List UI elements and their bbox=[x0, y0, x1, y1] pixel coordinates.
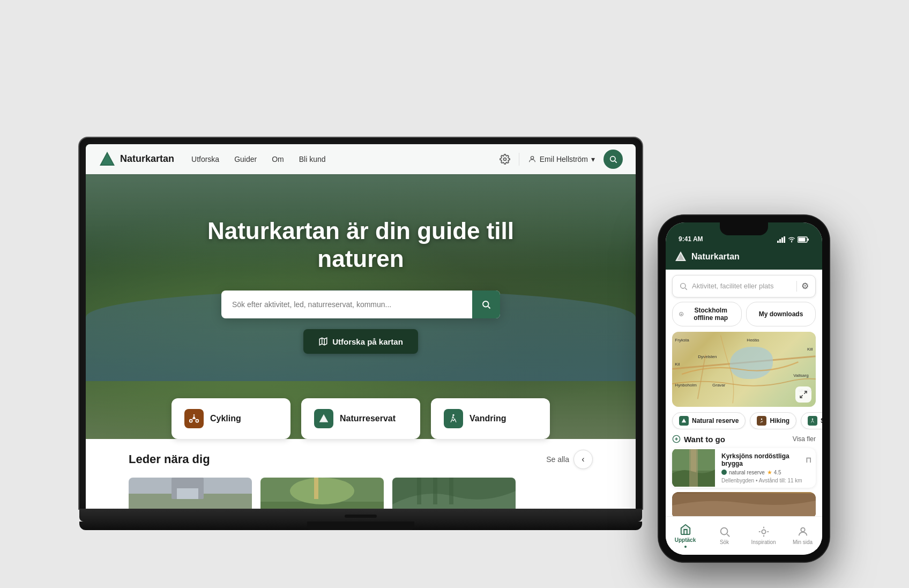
nav-chevron-icon: ▾ bbox=[591, 155, 595, 163]
svg-point-4 bbox=[610, 156, 615, 161]
laptop-hinge-notch bbox=[345, 515, 377, 518]
nav-link-utforska[interactable]: Utforska bbox=[191, 155, 219, 163]
laptop-foot bbox=[79, 522, 642, 530]
chip-natural-reserve[interactable]: Natural reserve bbox=[672, 412, 746, 429]
svg-point-55 bbox=[762, 530, 765, 533]
tab-active-indicator bbox=[684, 546, 687, 548]
tab-inspiration[interactable]: Inspiration bbox=[744, 522, 783, 549]
phone-teaser-image[interactable] bbox=[672, 492, 816, 519]
laptop-device: Naturkartan Utforska Guider Om Bli kund bbox=[79, 138, 642, 530]
laptop-search-button[interactable] bbox=[472, 291, 500, 318]
user-icon bbox=[528, 155, 537, 163]
want-card-type-text: natural reserve bbox=[729, 470, 765, 475]
settings-icon[interactable] bbox=[500, 154, 510, 165]
phone-filter-chips: Natural reserve Hiking bbox=[666, 412, 822, 429]
want-to-go-header: Want to go Visa fler bbox=[672, 435, 816, 444]
svg-point-2 bbox=[503, 158, 506, 160]
svg-point-11 bbox=[196, 419, 198, 422]
inspiration-icon bbox=[758, 526, 770, 538]
category-cycling[interactable]: Cykling bbox=[172, 398, 290, 439]
map-expand-button[interactable] bbox=[795, 386, 811, 403]
want-to-go-section: Want to go Visa fler bbox=[666, 435, 822, 488]
want-to-go-card[interactable]: Kyrksjöns nordöstliga brygga ⊓ natural r… bbox=[672, 448, 816, 488]
want-card-rating: ★ 4.5 bbox=[767, 469, 781, 476]
tab-profile[interactable]: Min sida bbox=[783, 522, 822, 549]
phone-map[interactable]: Fryksta Hedäs Dyvelsten Kil Kill Hynboho… bbox=[672, 332, 816, 407]
want-to-go-title: Want to go bbox=[672, 435, 725, 444]
want-card-title-text: Kyrksjöns nordöstliga brygga bbox=[721, 452, 806, 467]
trail-image-1[interactable] bbox=[129, 478, 252, 509]
search-submit-icon bbox=[481, 300, 491, 309]
category-hiking[interactable]: Vandring bbox=[431, 398, 550, 439]
nature-chip-svg bbox=[681, 418, 687, 423]
svg-rect-27 bbox=[779, 239, 781, 243]
phone-search-bar[interactable]: Aktivitet, facilitet eller plats ⚙ bbox=[672, 275, 816, 297]
rating-value: 4.5 bbox=[774, 470, 781, 475]
trail-image-3[interactable] bbox=[392, 478, 516, 509]
see-all-link[interactable]: Se alla bbox=[546, 455, 569, 464]
laptop-hinge-piece bbox=[307, 522, 414, 530]
map-icon bbox=[318, 337, 328, 346]
discover-icon bbox=[680, 524, 691, 535]
phone-screen: 9:41 AM bbox=[666, 222, 822, 555]
want-card-location: Dellenbygden bbox=[721, 478, 754, 483]
want-to-go-see-more[interactable]: Visa fler bbox=[793, 435, 816, 443]
want-card-type-row: natural reserve ★ 4.5 bbox=[721, 469, 816, 476]
laptop-screen-wrapper: Naturkartan Utforska Guider Om Bli kund bbox=[79, 138, 642, 509]
chip-skiing-label: Skiing bbox=[821, 417, 822, 425]
bottom-section-header: Leder nära dig Se alla ‹ bbox=[129, 450, 593, 469]
search-icon bbox=[609, 155, 617, 163]
map-label-kil: Kil bbox=[675, 362, 680, 367]
nav-link-guider[interactable]: Guider bbox=[234, 155, 257, 163]
phone-filter-icon[interactable]: ⚙ bbox=[801, 281, 809, 291]
prev-arrow-button[interactable]: ‹ bbox=[573, 450, 593, 469]
download-circle-icon bbox=[679, 311, 683, 317]
map-label-fryksta: Fryksta bbox=[675, 338, 689, 343]
category-nature[interactable]: Naturreservat bbox=[301, 398, 420, 439]
map-label-kill: Kill bbox=[807, 347, 813, 352]
tab-search[interactable]: Sök bbox=[705, 522, 744, 549]
hiking-label: Vandring bbox=[470, 414, 506, 423]
svg-marker-1 bbox=[101, 154, 113, 165]
profile-icon bbox=[797, 526, 809, 538]
trail-image-2[interactable] bbox=[260, 478, 384, 509]
nav-search-button[interactable] bbox=[603, 150, 623, 169]
chip-skiing[interactable]: Skiing bbox=[801, 412, 822, 429]
stockholm-offline-button[interactable]: Stockholm offline map bbox=[672, 302, 742, 326]
svg-point-44 bbox=[812, 418, 814, 420]
search-tab-icon bbox=[719, 526, 731, 538]
explore-map-button[interactable]: Utforska på kartan bbox=[303, 329, 418, 354]
map-label-vallsarg: Vallsarg bbox=[793, 373, 808, 378]
my-downloads-button[interactable]: My downloads bbox=[746, 302, 816, 326]
svg-rect-26 bbox=[777, 241, 779, 243]
chip-natural-reserve-label: Natural reserve bbox=[692, 417, 739, 425]
nature-icon bbox=[314, 409, 333, 428]
signal-icon bbox=[777, 236, 786, 243]
nav-links: Utforska Guider Om Bli kund bbox=[191, 155, 500, 163]
laptop-search-bar[interactable] bbox=[221, 291, 500, 318]
nav-brand-name: Naturkartan bbox=[120, 153, 174, 165]
hiking-svg bbox=[448, 413, 459, 424]
svg-line-7 bbox=[488, 307, 490, 309]
map-label-hedas: Hedäs bbox=[747, 338, 759, 343]
phone-search-icon bbox=[679, 282, 688, 291]
laptop-bottom-section: Leder nära dig Se alla ‹ bbox=[86, 439, 636, 509]
nav-link-blikund[interactable]: Bli kund bbox=[299, 155, 326, 163]
svg-rect-32 bbox=[799, 237, 806, 241]
map-label-gravar: Gravar bbox=[712, 383, 725, 388]
scene: Naturkartan Utforska Guider Om Bli kund bbox=[79, 26, 830, 562]
phone-search-divider bbox=[796, 281, 797, 292]
tab-discover[interactable]: Upptäck bbox=[666, 519, 705, 552]
phone-bottom-nav: Upptäck Sök bbox=[666, 516, 822, 555]
chip-hiking[interactable]: Hiking bbox=[750, 412, 796, 429]
nav-user-menu[interactable]: Emil Hellström ▾ bbox=[528, 155, 595, 163]
laptop-search-input[interactable] bbox=[221, 300, 472, 309]
bookmark-icon[interactable]: ⊓ bbox=[806, 456, 811, 464]
trail-images-row bbox=[129, 478, 593, 509]
naturkartan-logo-icon bbox=[99, 151, 116, 168]
phone-app-bar: Naturkartan bbox=[666, 246, 822, 270]
svg-point-53 bbox=[720, 528, 727, 535]
nav-divider bbox=[519, 153, 519, 166]
nav-link-om[interactable]: Om bbox=[272, 155, 284, 163]
want-card-content: Kyrksjöns nordöstliga brygga ⊓ natural r… bbox=[721, 448, 816, 488]
